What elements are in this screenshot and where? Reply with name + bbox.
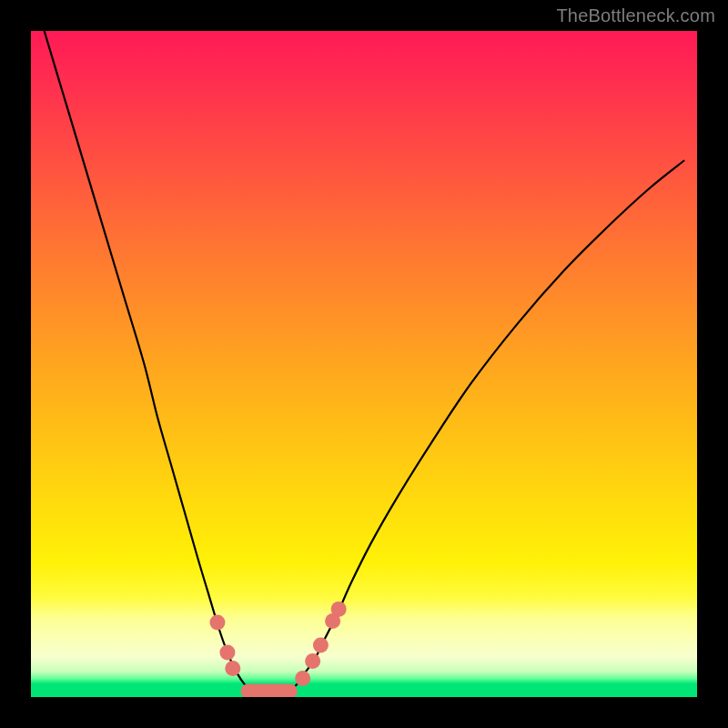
watermark-text: TheBottleneck.com bbox=[556, 5, 715, 26]
valley-floor-marker bbox=[241, 683, 298, 697]
highlight-dot bbox=[295, 671, 310, 686]
chart-frame: TheBottleneck.com bbox=[0, 0, 728, 728]
highlight-dot bbox=[313, 637, 329, 652]
highlight-dot bbox=[225, 661, 240, 676]
plot-svg bbox=[31, 31, 697, 697]
plot-area bbox=[31, 31, 697, 697]
highlight-dot bbox=[305, 653, 320, 669]
curve-left-branch bbox=[45, 31, 251, 691]
highlight-dots-group bbox=[209, 602, 346, 686]
highlight-dot bbox=[331, 602, 347, 617]
highlight-dot bbox=[219, 644, 235, 660]
highlight-dot bbox=[209, 615, 225, 631]
curve-right-branch bbox=[290, 161, 683, 691]
